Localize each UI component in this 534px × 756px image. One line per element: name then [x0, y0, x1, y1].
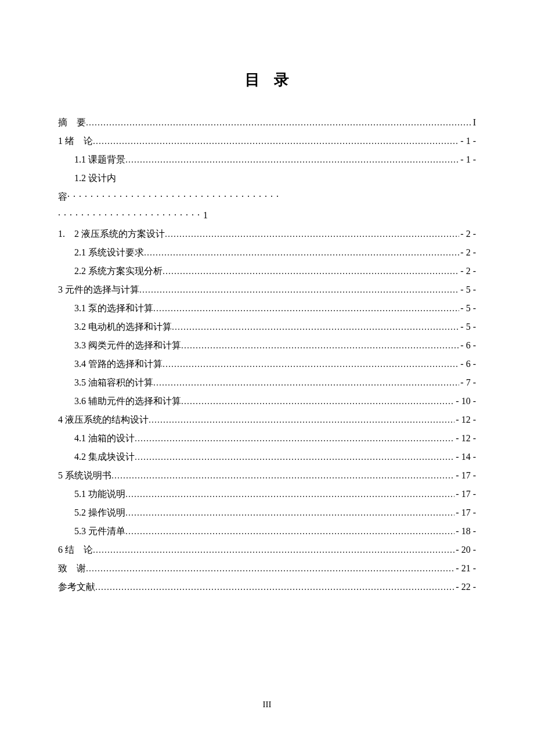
toc-title: 目录 [58, 70, 476, 90]
toc-leader-dots [163, 262, 459, 280]
toc-entry: 致 谢 - 21 - [58, 559, 476, 578]
toc-entry-label: 3.2 电动机的选择和计算 [74, 318, 172, 336]
toc-entry-page: I [472, 113, 476, 132]
toc-entry-page: - 7 - [459, 373, 476, 392]
toc-leader-dots [144, 243, 459, 262]
toc-entry: 3.2 电动机的选择和计算 - 5 - [58, 318, 476, 336]
toc-entry-label: 致 谢 [58, 559, 86, 578]
toc-leader-dots: ····································· [67, 192, 282, 201]
toc-leader-dots [125, 150, 459, 169]
toc-entry-label: 5 系统说明书 [58, 466, 111, 485]
toc-entry-label: 2.2 系统方案实现分析 [74, 262, 163, 280]
toc-entry: 3.4 管路的选择和计算 - 6 - [58, 355, 476, 373]
toc-leader-dots [86, 559, 454, 578]
toc-entry-page: - 17 - [454, 503, 476, 522]
toc-entry-label: 摘 要 [58, 113, 86, 132]
toc-leader-dots [165, 225, 459, 243]
toc-entry-dots-line: ·························1 [58, 206, 476, 225]
toc-entry: 3.3 阀类元件的选择和计算 - 6 - [58, 336, 476, 355]
toc-leader-dots [153, 299, 459, 318]
toc-entry-label: 4.1 油箱的设计 [74, 429, 135, 448]
toc-entry: 摘 要 I [58, 113, 476, 132]
toc-container: 摘 要 I1 绪 论 - 1 -1.1 课题背景 - 1 -1.2 设计内容··… [58, 113, 476, 596]
toc-entry-label: 3.4 管路的选择和计算 [74, 355, 163, 373]
toc-entry: 6 结 论 - 20 - [58, 541, 476, 559]
toc-leader-dots [135, 429, 454, 448]
toc-leader-dots [86, 113, 472, 132]
toc-entry: 5.3 元件清单 - 18 - [58, 522, 476, 541]
toc-entry-page: - 2 - [459, 243, 476, 262]
toc-entry: 3 元件的选择与计算 - 5 - [58, 280, 476, 299]
toc-entry-page: - 17 - [454, 485, 476, 503]
toc-entry-label-continuation: 容 [58, 192, 67, 201]
toc-leader-dots [95, 578, 454, 596]
toc-entry-page: - 20 - [454, 541, 476, 559]
toc-entry-label: 3.1 泵的选择和计算 [74, 299, 153, 318]
toc-leader-dots: ························· [58, 210, 203, 220]
toc-leader-dots [139, 280, 459, 299]
toc-entry: 参考文献 - 22 - [58, 578, 476, 596]
toc-entry: 2.1 系统设计要求 - 2 - [58, 243, 476, 262]
toc-entry: 1 绪 论 - 1 - [58, 132, 476, 150]
toc-leader-dots [149, 411, 454, 429]
toc-entry: 4.1 油箱的设计 - 12 - [58, 429, 476, 448]
toc-entry-page: - 2 - [459, 225, 476, 243]
toc-entry-page: - 12 - [454, 429, 476, 448]
toc-entry-label: 3.3 阀类元件的选择和计算 [74, 336, 181, 355]
toc-entry-page: - 1 - [459, 132, 476, 150]
toc-entry: 3.5 油箱容积的计算 - 7 - [58, 373, 476, 392]
toc-entry-label: 4 液压系统的结构设计 [58, 411, 149, 429]
toc-entry-label: 3 元件的选择与计算 [58, 280, 139, 299]
toc-leader-dots [163, 355, 459, 373]
toc-entry-label: 5.1 功能说明 [74, 485, 125, 503]
toc-entry: 3.1 泵的选择和计算 - 5 - [58, 299, 476, 318]
toc-entry-page: - 5 - [459, 318, 476, 336]
toc-entry-label: 3.5 油箱容积的计算 [74, 373, 153, 392]
toc-entry: 4 液压系统的结构设计 - 12 - [58, 411, 476, 429]
toc-entry-label: 1.2 设计内 [58, 169, 476, 188]
toc-entry-label: 5.2 操作说明 [74, 503, 125, 522]
toc-entry-page: - 21 - [454, 559, 476, 578]
toc-entry-dots-line: 容····································· [58, 188, 476, 206]
toc-entry-label: 1.1 课题背景 [74, 150, 125, 169]
toc-entry-label: 4.2 集成块设计 [74, 448, 135, 466]
toc-entry-page: - 10 - [454, 392, 476, 411]
page-number: III [0, 700, 534, 710]
toc-entry-wrapped: 1.2 设计内容································… [58, 169, 476, 225]
toc-leader-dots [135, 448, 454, 466]
toc-leader-dots [125, 522, 454, 541]
toc-entry-page: - 12 - [454, 411, 476, 429]
toc-entry: 5 系统说明书 - 17 - [58, 466, 476, 485]
toc-entry-label: 6 结 论 [58, 541, 93, 559]
toc-leader-dots [172, 318, 459, 336]
toc-leader-dots [111, 466, 454, 485]
toc-leader-dots [93, 541, 454, 559]
toc-entry-page: - 17 - [454, 466, 476, 485]
toc-leader-dots [93, 132, 459, 150]
toc-entry: 5.1 功能说明 - 17 - [58, 485, 476, 503]
toc-entry: 2.2 系统方案实现分析 - 2 - [58, 262, 476, 280]
toc-entry-page: - 6 - [459, 336, 476, 355]
toc-entry-page: - 18 - [454, 522, 476, 541]
toc-entry-label: 5.3 元件清单 [74, 522, 125, 541]
toc-entry: 1.1 课题背景 - 1 - [58, 150, 476, 169]
toc-entry-label: 1. 2 液压系统的方案设计 [58, 225, 165, 243]
toc-entry: 1. 2 液压系统的方案设计 - 2 - [58, 225, 476, 243]
toc-entry-page: - 5 - [459, 280, 476, 299]
toc-entry-label: 参考文献 [58, 578, 95, 596]
toc-entry-page: - 5 - [459, 299, 476, 318]
toc-entry: 4.2 集成块设计 - 14 - [58, 448, 476, 466]
toc-leader-dots [181, 336, 459, 355]
toc-entry-page: - 22 - [454, 578, 476, 596]
toc-entry-page: - 14 - [454, 448, 476, 466]
toc-entry-label: 3.6 辅助元件的选择和计算 [74, 392, 181, 411]
toc-leader-dots [125, 485, 454, 503]
toc-entry-label: 1 绪 论 [58, 132, 93, 150]
toc-entry-page: - 2 - [459, 262, 476, 280]
toc-entry-page: - 1 - [459, 150, 476, 169]
toc-leader-dots [125, 503, 454, 522]
toc-leader-dots [181, 392, 454, 411]
toc-entry-label: 2.1 系统设计要求 [74, 243, 144, 262]
toc-entry: 3.6 辅助元件的选择和计算 - 10 - [58, 392, 476, 411]
toc-entry-page: 1 [203, 210, 208, 220]
